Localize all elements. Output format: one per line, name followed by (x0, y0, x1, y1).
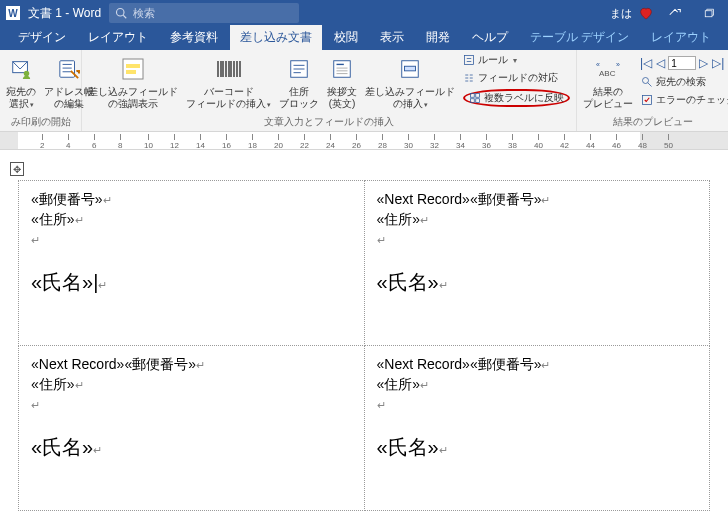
ruler-tick: 50 (664, 134, 673, 150)
ruler-tick: 22 (300, 134, 309, 150)
merge-field-postal: «郵便番号» (124, 356, 196, 372)
barcode-field-button[interactable]: バーコード フィールドの挿入 (184, 52, 273, 112)
ribbon: 宛先の 選択 アドレス帳 の編集 み印刷の開始 差し込みフィールド の強調表示 (0, 50, 728, 132)
merge-field-nextrecord: «Next Record» (31, 356, 124, 372)
svg-rect-33 (471, 94, 475, 98)
ruler-tick: 18 (248, 134, 257, 150)
svg-text:»: » (616, 61, 620, 68)
check-errors-button[interactable]: エラーのチェック (639, 92, 728, 108)
tab-view[interactable]: 表示 (370, 25, 414, 50)
tab-table-layout[interactable]: レイアウト (641, 25, 721, 50)
label-cell[interactable]: «Next Record»«郵便番号»↵ «住所»↵ ↵ «氏名»↵ (19, 346, 365, 511)
ribbon-group-write-insert-fields: 差し込みフィールド の強調表示 バーコード フィールドの挿入 住所 ブロック 挨… (82, 50, 577, 131)
ruler-tick: 40 (534, 134, 543, 150)
merge-field-address: «住所» (31, 376, 75, 392)
ribbon-group-preview-results: «»ABC 結果の プレビュー |◁ ◁ ▷ ▷| 宛先の検索 (577, 50, 728, 131)
svg-rect-31 (405, 66, 416, 71)
tab-mailings[interactable]: 差し込み文書 (230, 25, 322, 50)
preview-results-icon: «»ABC (595, 54, 621, 84)
last-record-button[interactable]: ▷| (711, 56, 725, 70)
merge-field-postal: «郵便番号» (470, 191, 542, 207)
svg-rect-10 (126, 64, 140, 68)
group-label-preview: 結果のプレビュー (581, 115, 725, 131)
ruler-tick: 16 (222, 134, 231, 150)
horizontal-ruler[interactable]: 2468101214161820222426283032343638404244… (0, 132, 728, 150)
search-box[interactable]: 検索 (109, 3, 299, 23)
table-move-handle[interactable] (10, 162, 24, 176)
svg-point-40 (643, 78, 649, 84)
svg-rect-5 (60, 61, 75, 78)
find-recipient-button[interactable]: 宛先の検索 (639, 74, 728, 90)
update-labels-highlight: 複数ラベルに反映 (463, 89, 570, 107)
group-label-fields: 文章入力とフィールドの挿入 (86, 115, 572, 131)
svg-rect-34 (476, 94, 480, 98)
tab-review[interactable]: 校閲 (324, 25, 368, 50)
ruler-tick: 2 (40, 134, 44, 150)
prev-record-button[interactable]: ◁ (655, 56, 666, 70)
ruler-tick: 6 (92, 134, 96, 150)
merge-field-name: «氏名» (377, 271, 439, 293)
svg-rect-36 (476, 99, 480, 103)
match-fields-button[interactable]: フィールドの対応 (461, 70, 572, 86)
rules-button[interactable]: ルール (461, 52, 572, 68)
search-icon (115, 7, 127, 19)
ruler-tick: 4 (66, 134, 70, 150)
tab-layout[interactable]: レイアウト (78, 25, 158, 50)
find-recipient-icon (641, 76, 653, 88)
label-cell[interactable]: «Next Record»«郵便番号»↵ «住所»↵ ↵ «氏名»↵ (364, 346, 710, 511)
address-block-button[interactable]: 住所 ブロック (277, 52, 321, 112)
ruler-tick: 32 (430, 134, 439, 150)
ribbon-group-start-mail-merge: 宛先の 選択 アドレス帳 の編集 み印刷の開始 (0, 50, 82, 131)
user-avatar-icon (638, 5, 654, 21)
tab-help[interactable]: ヘルプ (462, 25, 518, 50)
tab-table-design[interactable]: テーブル デザイン (520, 25, 639, 50)
paragraph-mark-icon: ↵ (377, 399, 386, 411)
svg-point-0 (117, 9, 125, 17)
ruler-tick: 48 (638, 134, 647, 150)
tab-design[interactable]: デザイン (8, 25, 76, 50)
user-account[interactable]: まは (610, 5, 654, 21)
insert-merge-field-button[interactable]: 差し込みフィールド の挿入 (363, 52, 457, 112)
ruler-tick: 34 (456, 134, 465, 150)
ruler-tick: 36 (482, 134, 491, 150)
update-labels-icon (469, 92, 481, 104)
paragraph-mark-icon: ↵ (98, 279, 107, 291)
paragraph-mark-icon: ↵ (31, 234, 40, 246)
highlight-merge-fields-button[interactable]: 差し込みフィールド の強調表示 (86, 52, 180, 112)
table-row: «郵便番号»↵ «住所»↵ ↵ «氏名»|↵ «Next Record»«郵便番… (19, 181, 710, 346)
paragraph-mark-icon: ↵ (541, 194, 550, 206)
ribbon-display-button[interactable] (662, 0, 688, 26)
svg-text:ABC: ABC (599, 69, 616, 78)
merge-field-address: «住所» (377, 376, 421, 392)
record-number-input[interactable] (668, 56, 696, 70)
paragraph-mark-icon: ↵ (31, 399, 40, 411)
preview-options-list: |◁ ◁ ▷ ▷| 宛先の検索 エラーのチェック (639, 54, 728, 108)
paragraph-mark-icon: ↵ (420, 214, 429, 226)
next-record-button[interactable]: ▷ (698, 56, 709, 70)
rules-icon (463, 54, 475, 66)
titlebar: W 文書 1 - Word 検索 まは (0, 0, 728, 26)
tab-developer[interactable]: 開発 (416, 25, 460, 50)
svg-line-41 (648, 83, 652, 87)
ruler-tick: 24 (326, 134, 335, 150)
update-labels-button[interactable]: 複数ラベルに反映 (461, 88, 572, 108)
first-record-button[interactable]: |◁ (639, 56, 653, 70)
ruler-tick: 10 (144, 134, 153, 150)
label-cell[interactable]: «郵便番号»↵ «住所»↵ ↵ «氏名»|↵ (19, 181, 365, 346)
label-cell[interactable]: «Next Record»«郵便番号»↵ «住所»↵ ↵ «氏名»↵ (364, 181, 710, 346)
select-recipients-button[interactable]: 宛先の 選択 (4, 52, 38, 112)
tab-references[interactable]: 参考資料 (160, 25, 228, 50)
svg-rect-35 (471, 99, 475, 103)
edit-list-icon (58, 54, 80, 84)
document-area[interactable]: «郵便番号»↵ «住所»↵ ↵ «氏名»|↵ «Next Record»«郵便番… (0, 150, 728, 526)
ruler-tick: 26 (352, 134, 361, 150)
merge-field-nextrecord: «Next Record» (377, 191, 470, 207)
preview-results-button[interactable]: «»ABC 結果の プレビュー (581, 52, 635, 112)
recipients-icon (10, 54, 32, 84)
merge-field-address: «住所» (377, 211, 421, 227)
window-restore-button[interactable] (696, 0, 722, 26)
ruler-tick: 20 (274, 134, 283, 150)
greeting-line-button[interactable]: 挨拶文 (英文) (325, 52, 359, 112)
table-row: «Next Record»«郵便番号»↵ «住所»↵ ↵ «氏名»↵ «Next… (19, 346, 710, 511)
ruler-tick: 28 (378, 134, 387, 150)
